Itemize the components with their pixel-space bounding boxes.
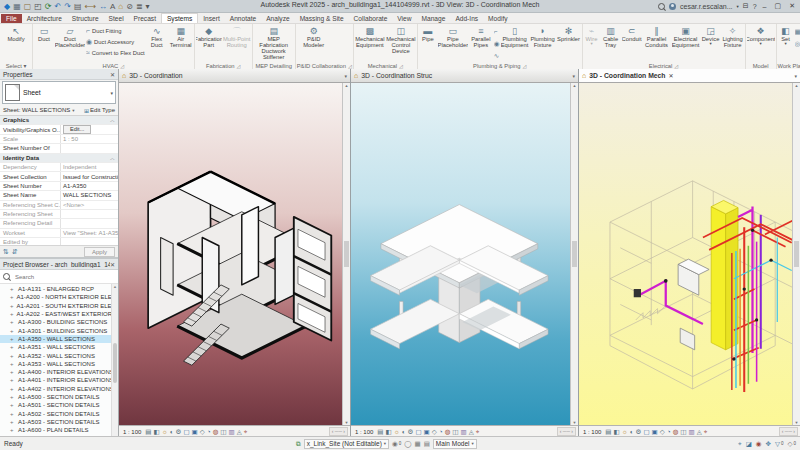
rendering-dialog-icon[interactable]: ⚙ — [636, 428, 642, 435]
ribbon-tab-insert[interactable]: Insert — [198, 14, 225, 23]
browser-item-a1-a600[interactable]: +A1-A600 - PLAN DETAILS — [0, 426, 118, 434]
sun-path-icon[interactable]: ☼ — [162, 428, 168, 435]
signed-in-user[interactable]: cesar.r.escalan... — [680, 3, 733, 10]
vertical-scrollbar[interactable]: ▲▼ — [792, 83, 800, 425]
type-selector-caret-icon[interactable]: ▾ — [110, 90, 113, 96]
browser-item-a1-a350[interactable]: +A1-A350 - WALL SECTIONS — [0, 335, 118, 343]
expand-icon[interactable]: + — [10, 377, 15, 383]
view-menu-caret-icon[interactable]: ▾ — [344, 73, 347, 79]
expand-icon[interactable]: + — [10, 344, 15, 350]
ribbon-tab-massing-site[interactable]: Massing & Site — [295, 14, 349, 23]
ribbon-button-set[interactable]: ◧Set▾ — [778, 25, 794, 46]
temporary-hide-isolate-icon[interactable]: ◔ — [439, 428, 443, 435]
expand-icon[interactable]: + — [10, 319, 15, 325]
ribbon-tab-architecture[interactable]: Architecture — [22, 14, 67, 23]
ribbon-tab-add-ins[interactable]: Add-Ins — [450, 14, 483, 23]
property-value[interactable] — [60, 144, 118, 152]
close-button[interactable]: ✕ — [787, 2, 797, 10]
browser-item-a1-a400[interactable]: +A1-A400 - INTERIOR ELEVATIONS — [0, 368, 118, 376]
ribbon-button-parallel-pipes[interactable]: ≡Parallel Pipes — [469, 25, 493, 48]
ribbon-button-component[interactable]: ❖Component▾ — [747, 25, 775, 46]
rendering-dialog-icon[interactable]: ⚙ — [408, 428, 414, 435]
expand-icon[interactable]: + — [10, 369, 15, 375]
ribbon-button-pipe-accessory[interactable]: ◉ — [494, 38, 500, 49]
reveal-hidden-elements-icon[interactable]: ◍ — [445, 428, 451, 435]
detail-level-icon[interactable]: ▤ — [145, 428, 151, 435]
worksets-dialog-icon[interactable]: ▦ — [415, 440, 421, 448]
edit-visibility-button[interactable]: Edit... — [63, 125, 91, 133]
show-crop-region-icon[interactable]: ▣ — [652, 428, 658, 435]
unlocked-view-icon[interactable]: ◇ — [660, 428, 665, 435]
print-icon[interactable]: ▤ — [74, 2, 82, 11]
reveal-hidden-elements-icon[interactable]: ◍ — [213, 428, 219, 435]
edit-type-button[interactable]: ⊞ Edit Type — [84, 107, 115, 114]
qat-customize-caret-icon[interactable]: ▾ — [146, 2, 150, 11]
active-link-select[interactable]: x_Link_Site (Not Editable) ▾ — [304, 439, 389, 449]
shadows-icon[interactable]: ◐ — [630, 428, 634, 435]
ribbon-tab-annotate[interactable]: Annotate — [225, 14, 261, 23]
sync-icon[interactable]: ⟳ — [45, 2, 52, 11]
ribbon-button-fabrication-part[interactable]: ◆Fabrication Part — [196, 25, 222, 48]
crop-view-icon[interactable]: ▢ — [643, 428, 649, 435]
ribbon-button-duct-placeholder[interactable]: ▱Duct Placeholder — [55, 25, 85, 48]
temporary-view-properties-icon[interactable]: ▥ — [228, 428, 234, 435]
help-icon[interactable]: ? — [753, 3, 757, 10]
highlight-displacement-icon[interactable]: ⌖ — [704, 428, 708, 435]
struct-view-canvas[interactable]: ▲▼ — [351, 83, 578, 425]
expand-icon[interactable]: + — [10, 328, 15, 334]
expand-icon[interactable]: + — [10, 303, 14, 309]
ribbon-button-work-plane-viewer[interactable]: ◎ — [795, 38, 800, 49]
unlocked-view-icon[interactable]: ◇ — [200, 428, 205, 435]
expand-icon[interactable]: + — [10, 386, 15, 392]
ribbon-button-electrical-equipment[interactable]: ▣Electrical Equipment — [672, 25, 700, 48]
ribbon-tab-systems[interactable]: Systems — [161, 13, 198, 23]
ribbon-button-duct-accessory[interactable]: ◉Duct Accessory — [86, 36, 145, 47]
select-underlay-icon[interactable]: ◪ — [746, 440, 752, 448]
collapse-section-icon[interactable]: ︿ — [110, 155, 118, 161]
ribbon-tab-structure[interactable]: Structure — [67, 14, 104, 23]
ribbon-button-pipe[interactable]: ▬Pipe — [419, 25, 437, 42]
property-section-identity-data[interactable]: Identity Data︿ — [0, 154, 118, 163]
visual-style-icon[interactable]: ◧ — [386, 428, 392, 435]
shadows-icon[interactable]: ◐ — [402, 428, 406, 435]
crop-view-icon[interactable]: ▢ — [183, 428, 189, 435]
horizontal-scrollbar[interactable]: ‹ ── › — [557, 427, 576, 436]
browser-item-a1-a301[interactable]: +A1-A301 - BUILDING SECTIONS — [0, 326, 118, 334]
browser-item-a1-a201[interactable]: +A1-A201 - SOUTH EXTERIOR ELEVATION — [0, 302, 118, 310]
expand-icon[interactable]: + — [10, 361, 15, 367]
drag-on-selection-icon[interactable]: ✥ — [766, 440, 771, 448]
analytical-model-icon[interactable]: ◬ — [469, 428, 474, 435]
property-value[interactable]: A1-A350 — [60, 182, 118, 190]
browser-item-a1-a500[interactable]: +A1-A500 - SECTION DETAILS — [0, 393, 118, 401]
visual-style-icon[interactable]: ◧ — [614, 428, 620, 435]
browser-item-a1-a200[interactable]: +A1-A200 - NORTH EXTERIOR ELEVATION — [0, 293, 118, 301]
close-project-browser-icon[interactable]: ✕ — [110, 261, 115, 268]
ribbon-button-plumbing-equipment[interactable]: ▯Plumbing Equipment — [501, 25, 529, 48]
temporary-hide-isolate-icon[interactable]: ◔ — [667, 428, 671, 435]
ribbon-button-plumbing-fixture[interactable]: ◗Plumbing Fixture — [530, 25, 556, 48]
ribbon-button-duct-fitting[interactable]: ⌐Duct Fitting — [86, 25, 145, 36]
property-value[interactable] — [60, 238, 118, 245]
property-value[interactable] — [60, 219, 118, 227]
expand-icon[interactable]: + — [10, 402, 15, 408]
search-icon[interactable] — [658, 3, 665, 10]
worksharing-globe-icon[interactable]: ◯ — [404, 440, 411, 448]
properties-group-icon[interactable]: ⇵ — [12, 248, 18, 256]
apply-button[interactable]: Apply — [84, 247, 115, 257]
viewport-3d-coordination-mech[interactable]: ⌂ 3D - Coordination Mech ✕ ▾ — [579, 69, 800, 437]
highlight-displacement-icon[interactable]: ⌖ — [476, 428, 480, 435]
detail-level-icon[interactable]: ▤ — [377, 428, 383, 435]
menu-grid-icon[interactable]: ▦ — [13, 2, 21, 11]
property-value[interactable]: Issued for Construction — [60, 172, 118, 180]
ribbon-button-parallel-conduits[interactable]: ∥Parallel Conduits — [643, 25, 671, 48]
default-3d-view-icon[interactable]: ⌂ — [118, 2, 123, 11]
selection-count-icon[interactable]: ◇0 — [787, 440, 796, 448]
mech-view-canvas[interactable]: ▲▼ — [579, 83, 800, 425]
collapse-section-icon[interactable]: ︿ — [110, 117, 118, 123]
browser-item-a1-a353[interactable]: +A1-A353 - WALL SECTIONS — [0, 360, 118, 368]
property-value[interactable]: 1 : 50 — [60, 135, 118, 143]
ribbon-tab-modify[interactable]: Modify — [483, 14, 512, 23]
horizontal-scrollbar[interactable]: ‹ ── › — [329, 427, 348, 436]
view-menu-caret-icon[interactable]: ▾ — [572, 73, 575, 79]
type-selector[interactable]: Sheet ▾ — [2, 81, 116, 104]
